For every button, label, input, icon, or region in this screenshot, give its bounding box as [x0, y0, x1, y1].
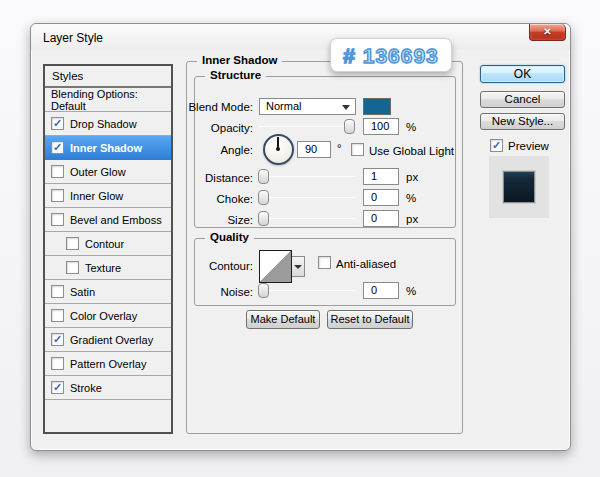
slider-track — [259, 126, 356, 127]
angle-unit: ° — [337, 142, 342, 154]
slider-thumb[interactable] — [344, 119, 355, 134]
choke-input[interactable]: 0 — [363, 189, 399, 206]
sidebar-item-label: Inner Shadow — [70, 142, 142, 154]
sidebar-item-label: Gradient Overlay — [70, 334, 153, 346]
sidebar-item-gradient-overlay[interactable]: ✓Gradient Overlay — [45, 328, 171, 352]
sidebar-item-contour[interactable]: Contour — [45, 232, 171, 256]
styles-header: Styles — [45, 66, 171, 88]
slider-track — [259, 218, 356, 219]
style-checkbox[interactable] — [51, 357, 64, 370]
distance-label: Distance: — [151, 172, 253, 184]
preview-swatch — [503, 171, 535, 203]
slider-track — [259, 176, 356, 177]
distance-unit: px — [406, 171, 418, 183]
anti-aliased-label: Anti-aliased — [336, 258, 396, 270]
sidebar-item-label: Texture — [85, 262, 121, 274]
shadow-color-swatch[interactable] — [363, 98, 391, 115]
make-default-button[interactable]: Make Default — [246, 310, 320, 329]
contour-label: Contour: — [151, 260, 253, 272]
style-checkbox[interactable] — [51, 285, 64, 298]
styles-panel: Styles Blending Options: Default✓Drop Sh… — [43, 64, 173, 434]
close-button[interactable]: ✕ — [529, 24, 566, 41]
sidebar-item-label: Contour — [85, 238, 124, 250]
sidebar-item-color-overlay[interactable]: Color Overlay — [45, 304, 171, 328]
sidebar-item-label: Drop Shadow — [70, 118, 137, 130]
use-global-light-label: Use Global Light — [369, 145, 454, 157]
style-checkbox[interactable]: ✓ — [51, 141, 64, 154]
style-checkbox[interactable] — [51, 165, 64, 178]
choke-label: Choke: — [151, 193, 253, 205]
window-title: Layer Style — [43, 31, 103, 45]
title-bar[interactable]: Layer Style ✕ — [31, 24, 570, 50]
slider-thumb[interactable] — [258, 211, 269, 226]
choke-unit: % — [406, 192, 416, 204]
sidebar-item-label: Color Overlay — [70, 310, 137, 322]
sidebar-item-pattern-overlay[interactable]: Pattern Overlay — [45, 352, 171, 376]
slider-thumb[interactable] — [258, 190, 269, 205]
contour-thumbnail[interactable] — [259, 250, 292, 283]
size-unit: px — [406, 213, 418, 225]
sidebar-item-label: Outer Glow — [70, 166, 126, 178]
opacity-unit: % — [406, 121, 416, 133]
angle-label: Angle: — [151, 144, 253, 156]
style-checkbox[interactable] — [66, 261, 79, 274]
chevron-down-icon — [342, 105, 350, 110]
slider-thumb[interactable] — [258, 169, 269, 184]
slider-track — [259, 290, 356, 291]
reset-to-default-button[interactable]: Reset to Default — [327, 310, 413, 329]
slider-track — [259, 197, 356, 198]
sidebar-item-label: Inner Glow — [70, 190, 123, 202]
sidebar-item-label: Stroke — [70, 382, 102, 394]
style-checkbox[interactable]: ✓ — [51, 117, 64, 130]
color-hex-badge: # 136693 — [330, 38, 452, 72]
style-checkbox[interactable] — [51, 309, 64, 322]
style-checkbox[interactable]: ✓ — [51, 381, 64, 394]
sidebar-item-label: Satin — [70, 286, 95, 298]
style-checkbox[interactable] — [51, 213, 64, 226]
noise-input[interactable]: 0 — [363, 282, 399, 299]
distance-input[interactable]: 1 — [363, 168, 399, 185]
noise-unit: % — [406, 285, 416, 297]
style-checkbox[interactable] — [51, 189, 64, 202]
ok-button[interactable]: OK — [480, 65, 565, 83]
angle-dial[interactable] — [263, 134, 294, 165]
blend-mode-value: Normal — [266, 100, 301, 112]
noise-slider[interactable] — [259, 283, 356, 298]
use-global-light-checkbox[interactable] — [351, 143, 364, 156]
preview-label: Preview — [508, 140, 549, 152]
structure-group-label: Structure — [205, 69, 266, 81]
anti-aliased-checkbox[interactable] — [318, 256, 331, 269]
preview-checkbox[interactable]: ✓ — [490, 139, 503, 152]
inner-shadow-group-label: Inner Shadow — [197, 54, 282, 66]
size-input[interactable]: 0 — [363, 210, 399, 227]
slider-thumb[interactable] — [258, 283, 269, 298]
sidebar-item-label: Bevel and Emboss — [70, 214, 162, 226]
styles-list: Blending Options: Default✓Drop Shadow✓In… — [45, 88, 171, 400]
new-style-button[interactable]: New Style... — [480, 113, 565, 130]
style-checkbox[interactable] — [66, 237, 79, 250]
blend-mode-dropdown[interactable]: Normal — [259, 98, 356, 115]
distance-slider[interactable] — [259, 169, 356, 184]
opacity-slider[interactable] — [259, 119, 356, 134]
style-checkbox[interactable]: ✓ — [51, 333, 64, 346]
noise-label: Noise: — [151, 286, 253, 298]
blend-mode-label: Blend Mode: — [151, 101, 253, 113]
choke-slider[interactable] — [259, 190, 356, 205]
sidebar-item-label: Pattern Overlay — [70, 358, 146, 370]
contour-dropdown-arrow[interactable] — [292, 256, 305, 277]
layer-style-dialog: Layer Style ✕ Styles Blending Options: D… — [30, 23, 571, 451]
size-slider[interactable] — [259, 211, 356, 226]
angle-hub — [276, 147, 280, 151]
opacity-label: Opacity: — [151, 122, 253, 134]
sidebar-item-stroke[interactable]: ✓Stroke — [45, 376, 171, 400]
opacity-input[interactable]: 100 — [363, 118, 399, 135]
quality-group-label: Quality — [205, 231, 254, 243]
angle-input[interactable]: 90 — [297, 141, 331, 158]
size-label: Size: — [151, 214, 253, 226]
cancel-button[interactable]: Cancel — [480, 91, 565, 108]
